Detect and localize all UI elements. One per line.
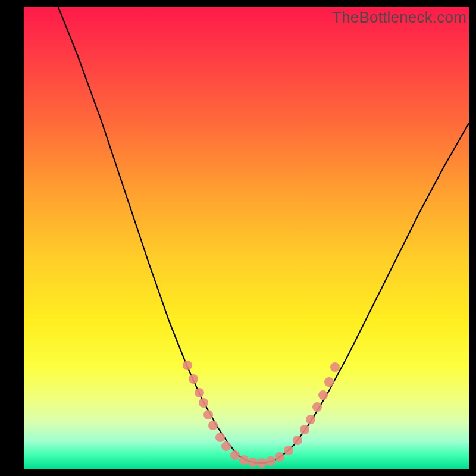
highlight-dot	[284, 446, 293, 455]
highlight-dot	[221, 441, 231, 451]
chart-svg	[24, 7, 469, 469]
highlight-dot	[257, 458, 267, 468]
highlight-dot	[293, 436, 302, 445]
highlight-dot	[183, 361, 192, 370]
highlight-dot	[266, 456, 275, 466]
highlight-dot	[189, 374, 198, 384]
highlight-dot	[306, 415, 315, 424]
highlight-dot	[300, 425, 309, 434]
highlight-dot	[248, 458, 258, 467]
watermark-text: TheBottleneck.com	[332, 8, 466, 27]
highlight-dot	[324, 377, 334, 387]
highlight-dot	[195, 388, 204, 397]
highlight-dot	[239, 455, 249, 465]
highlight-dot	[208, 421, 218, 430]
plot-area	[24, 7, 469, 469]
highlight-dot	[330, 362, 340, 372]
chart-container: TheBottleneck.com	[0, 0, 476, 476]
highlight-dot	[230, 450, 240, 460]
highlight-dot	[215, 433, 225, 442]
highlight-dot	[312, 402, 322, 412]
bottleneck-curve	[58, 7, 469, 463]
highlight-dot	[318, 390, 328, 400]
highlight-dot	[275, 452, 284, 462]
highlight-dots-group	[183, 361, 340, 468]
highlight-dot	[203, 410, 213, 419]
highlight-dot	[199, 398, 208, 408]
